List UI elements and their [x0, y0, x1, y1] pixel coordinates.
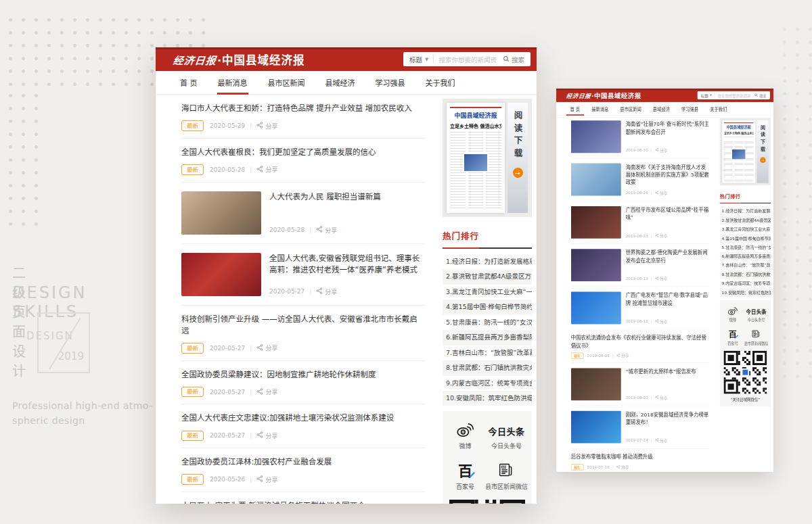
news-list-item[interactable]: 人大代表为人民 履职担当谱新篇2020-05-28|分享 — [181, 183, 425, 244]
rank-item[interactable]: 3.黑龙江青冈加快工业大麻“一县一业... — [720, 224, 771, 233]
rank-item[interactable]: 1.经济日报：为打造新发展格局先行... — [443, 254, 532, 269]
search-input[interactable]: 搜索你想要的新闻资讯 — [434, 55, 497, 64]
share-button[interactable]: 分享 — [655, 437, 668, 444]
newspaper-widget[interactable]: 中国县域经济报 立足乡土特色 做活山水文章 阅读下载 → — [443, 99, 532, 217]
channel-wechat-news[interactable]: NEW县市区新闻微信 — [485, 460, 528, 491]
share-button[interactable]: 分享 — [655, 233, 668, 239]
news-date: 2019-08-30 — [626, 148, 648, 152]
channel-weibo[interactable]: 微博 — [722, 306, 743, 323]
rank-item[interactable]: 5.甘肃康县：防汛一线的“女汉子” — [443, 315, 532, 330]
share-button[interactable]: 分享 — [316, 287, 337, 296]
rank-item[interactable]: 8.甘肃武都：石门镇抗洪救灾众志成... — [443, 360, 532, 375]
news-list-item[interactable]: 全国人大代表,安徽省残联党组书记、理事长高莉：推进农村老残一体“医养康”养老模式… — [181, 244, 425, 306]
rank-item[interactable]: 6.新疆阿瓦提县两万多亩香梨陆续进... — [720, 252, 771, 261]
share-button[interactable]: 分享 — [655, 394, 668, 400]
download-button[interactable]: → — [760, 157, 766, 163]
rank-item[interactable]: 7.吉林白山市：“放管服”改革再发力 ... — [443, 346, 532, 360]
search-category-dropdown[interactable]: 标题 ▼ — [403, 55, 433, 64]
share-button[interactable]: 分享 — [616, 353, 629, 359]
share-button[interactable]: 分享 — [316, 226, 337, 235]
nav-item-2[interactable]: 最新消息 — [218, 71, 248, 94]
nav-item-5[interactable]: 学习强县 — [681, 102, 698, 115]
new-badge: 最新 — [181, 343, 204, 354]
rank-item[interactable]: 9.内蒙古临河区：统筹专项资金推动... — [443, 376, 532, 391]
news-date: 2019-07-16 — [587, 465, 610, 469]
share-button[interactable]: 分享 — [655, 318, 668, 325]
news-list-item[interactable]: 全国人大代表崔根良：我们更加坚定了高质量发展的信心最新2020-05-28|分享 — [181, 139, 425, 183]
nav-item-1[interactable]: 首 页 — [180, 71, 198, 94]
share-button[interactable]: 分享 — [655, 147, 668, 153]
site-logo[interactable]: 经济日报 · 中国县域经济报 — [173, 51, 305, 68]
news-list-item[interactable]: 海南发布《关于支持海南开放人才发展体制机制创新的实施方案》5项配套政策2019-… — [571, 158, 710, 201]
rank-item[interactable]: 8.甘肃武都：石门镇抗洪救灾众志成... — [720, 270, 771, 279]
download-button[interactable]: → — [513, 168, 523, 178]
nav-item-3[interactable]: 县市区新闻 — [268, 71, 305, 94]
share-button[interactable]: 分享 — [655, 276, 668, 282]
news-list-item[interactable]: 中国农机流通协会发布《农机行业健康可持续发展、守法经营倡议书》最新2019-08… — [571, 329, 710, 362]
news-list-item[interactable]: 全国政协委员梁静建议：因地制宜推广耕地轮作休耕制度最新2020-05-27|分享 — [181, 361, 425, 405]
news-list-item[interactable]: 海口市人大代表王和娇：打造特色品牌 提升产业效益 增加农民收入最新2020-05… — [181, 95, 425, 139]
news-list-item[interactable]: 广西广电发布“智慧广电·数字县域”品牌 抢滩智慧城市建设2019-08-12|分… — [571, 287, 710, 329]
nav-item-6[interactable]: 关于我们 — [710, 102, 727, 115]
site-logo[interactable]: 经济日报 · 中国县域经济报 — [566, 91, 641, 100]
nav-item-3[interactable]: 县市区新闻 — [620, 102, 641, 115]
news-meta: 2020-05-27|分享 — [269, 287, 425, 296]
logo-script: 经济日报 — [173, 53, 217, 67]
nav-item-6[interactable]: 关于我们 — [426, 71, 455, 94]
search-input[interactable]: 搜索你想要的新闻资讯 — [715, 93, 751, 98]
news-meta: 2020-05-28|分享 — [269, 226, 425, 235]
rank-item[interactable]: 3.黑龙江青冈加快工业大麻“一县一业... — [443, 285, 532, 300]
rank-item[interactable]: 4.第15届中国·桦甸白桦节简约启幕 — [443, 300, 532, 314]
share-button[interactable]: 分享 — [256, 122, 277, 130]
nav-item-2[interactable]: 最新消息 — [591, 102, 608, 115]
news-list-item[interactable]: 人民至上 实干为要 新疆洛浦县各族干群热议全国两会最新2020-05-26|分享 — [181, 492, 425, 504]
rank-item[interactable]: 10.安徽凤阳：筑牢红色防洪堤 — [720, 288, 771, 297]
rank-item[interactable]: 5.甘肃康县：防汛一线的“女汉子” — [720, 243, 771, 252]
search-category-dropdown[interactable]: 标题 ▼ — [698, 93, 715, 98]
rank-item[interactable]: 1.经济日报：为打造新发展格局先行... — [720, 206, 771, 215]
share-button[interactable]: 分享 — [616, 465, 629, 471]
share-label: 分享 — [660, 233, 667, 239]
channel-baijiahao[interactable]: 百百家号 — [722, 329, 743, 346]
newspaper-widget[interactable]: 中国县域经济报 立足乡土特色 做活山水文章 阅读下载 → — [720, 118, 771, 185]
nav-item-5[interactable]: 学习强县 — [376, 71, 405, 94]
news-list-item[interactable]: 全国人大代表庄文忠建议:加强耕地土壤污染状况监测体系建设最新2020-05-27… — [181, 404, 425, 448]
rank-item[interactable]: 7.吉林白山市：“放管服”改革再发力 ... — [720, 261, 771, 270]
news-list-item[interactable]: “城市更新的太原样本”报告发布2019-08-01|分享 — [571, 363, 710, 406]
channel-weibo[interactable]: 微博 — [447, 420, 484, 450]
download-arrow-icon: → — [761, 158, 764, 162]
news-title: 全国人大代表庄文忠建议:加强耕地土壤污染状况监测体系建设 — [181, 412, 425, 424]
nav-item-4[interactable]: 县域经济 — [653, 102, 670, 115]
share-button[interactable]: 分享 — [655, 190, 668, 196]
channel-wechat-news[interactable]: NEW县市区新闻微信 — [744, 329, 769, 346]
news-list-item[interactable]: 后谷发布零植脂末咖啡 推动消费升级最新2019-07-16|分享 — [571, 448, 710, 472]
rank-item[interactable]: 2.暴洪致甘肃武都4A级景区万象洞经... — [720, 216, 771, 224]
channel-toutiao[interactable]: 今日头条今日头条号 — [485, 420, 528, 450]
sidebar: 中国县域经济报 立足乡土特色 做活山水文章 阅读下载 → 热门排行 — [443, 95, 532, 504]
share-button[interactable]: 分享 — [256, 431, 277, 440]
search-button[interactable]: 搜索 — [750, 91, 770, 99]
search-button[interactable]: 搜索 — [497, 52, 531, 66]
news-list-item[interactable]: 全国政协委员江泽林:加强农村产业融合发展最新2020-05-26|分享 — [181, 448, 425, 492]
news-list-item[interactable]: 海南省“壮丽70年 奋斗新时代”系列主题新闻发布会召开2019-08-30|分享 — [571, 116, 710, 158]
channel-toutiao[interactable]: 今日头条今日头条号 — [744, 306, 769, 323]
rank-item[interactable]: 2.暴洪致甘肃武都4A级景区万象洞经... — [443, 269, 532, 284]
nav-item-4[interactable]: 县域经济 — [325, 71, 355, 94]
news-list-item[interactable]: 广西桂平市发布区域公用品牌“桂平福味”2019-08-23|分享 — [571, 201, 710, 243]
share-button[interactable]: 分享 — [256, 165, 277, 174]
rank-item[interactable]: 6.新疆阿瓦提县两万多亩香梨陆续进... — [443, 330, 532, 345]
news-list-item[interactable]: 世界陶瓷之都·德化陶瓷产业发展新闻发布会在北京举行2019-08-13|分享 — [571, 244, 710, 287]
divider: | — [309, 288, 311, 295]
rank-item[interactable]: 10.安徽凤阳：筑牢红色防洪堤 — [443, 391, 532, 406]
rank-item[interactable]: 4.第15届中国·桦甸白桦节简约启幕 — [720, 234, 771, 243]
news-thumbnail — [571, 120, 621, 153]
share-button[interactable]: 分享 — [256, 475, 277, 484]
news-list-item[interactable]: 科技创新引领产业升级 ——访全国人大代表、安徽省淮北市市长戴启远最新2020-0… — [181, 306, 425, 361]
news-list-item[interactable]: 刚刚，2018安徽县域经济竞争力榜单重磅发布！2019-07-24|分享 — [571, 406, 710, 448]
rank-item[interactable]: 9.内蒙古临河区：统筹专项资金推动... — [720, 279, 771, 288]
share-button[interactable]: 分享 — [256, 343, 277, 352]
nav-item-1[interactable]: 首 页 — [570, 102, 581, 115]
divider: | — [651, 233, 652, 237]
share-button[interactable]: 分享 — [256, 387, 277, 396]
channel-baijiahao[interactable]: 百百家号 — [447, 460, 484, 491]
